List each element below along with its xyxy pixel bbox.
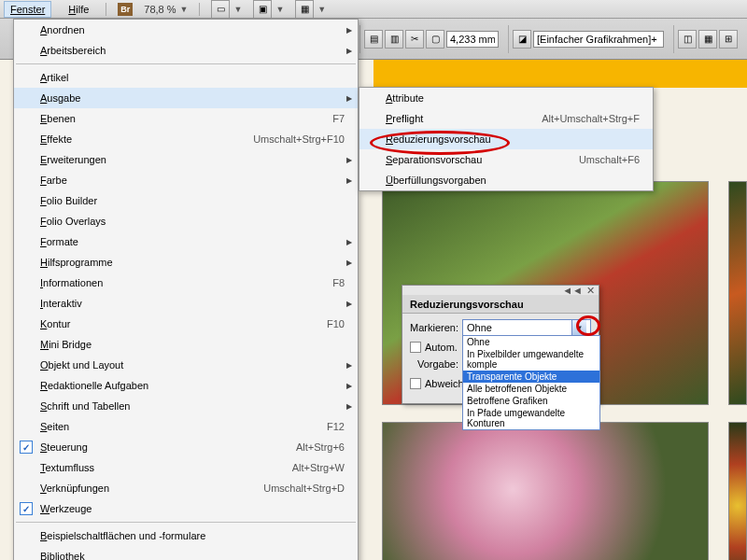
collapse-icon[interactable]: ◄◄ — [562, 285, 583, 296]
menu-shortcut: F12 — [327, 421, 345, 432]
menu-item[interactable]: Anordnen▶ — [14, 20, 358, 40]
menu-label: Ausgabe — [40, 92, 350, 104]
submenu-item[interactable]: Reduzierungsvorschau — [359, 129, 653, 149]
select-option[interactable]: Alle betroffenen Objekte — [463, 383, 599, 395]
menu-item[interactable]: ✓SteuerungAlt+Strg+6 — [14, 437, 358, 457]
submenu-item[interactable]: Attribute — [359, 88, 653, 108]
placed-image[interactable] — [728, 422, 747, 560]
menu-shortcut: Alt+Strg+6 — [296, 441, 345, 453]
menu-shortcut: Umschalt+Strg+F10 — [253, 133, 345, 145]
check-icon: ✓ — [20, 441, 33, 454]
screen-mode-icon[interactable]: ▭ — [211, 0, 230, 19]
menu-item[interactable]: EffekteUmschalt+Strg+F10 — [14, 129, 358, 149]
text-wrap-icon[interactable]: ▥ — [385, 30, 403, 49]
view-mode-icon[interactable]: ▣ — [253, 0, 272, 19]
placed-image[interactable] — [382, 422, 709, 560]
style-icon[interactable]: ◪ — [513, 30, 531, 49]
crop-icon[interactable]: ✂ — [405, 30, 424, 49]
select-value: Ohne — [467, 322, 492, 333]
submenu-arrow-icon: ▶ — [346, 94, 352, 103]
menu-item[interactable]: SeitenF12 — [14, 416, 358, 437]
dropdown-icon[interactable]: ▼ — [275, 5, 284, 14]
menu-label: Steuerung — [40, 441, 296, 453]
menu-item[interactable]: InformationenF8 — [14, 273, 358, 293]
menu-item[interactable]: Objekt und Layout▶ — [14, 355, 358, 375]
menu-item[interactable]: Beispielschaltflächen und -formulare — [14, 525, 358, 546]
menu-item[interactable]: Artikel — [14, 67, 358, 88]
menu-item[interactable]: Redaktionelle Aufgaben▶ — [14, 375, 358, 396]
menu-item[interactable]: Schrift und Tabellen▶ — [14, 396, 358, 416]
menubar-fenster[interactable]: Fenster — [4, 1, 51, 18]
stroke-width-input[interactable] — [446, 31, 499, 48]
select-option[interactable]: Ohne — [463, 336, 599, 348]
menu-label: Reduzierungsvorschau — [386, 133, 645, 145]
menu-shortcut: F7 — [332, 113, 345, 124]
markieren-label: Markieren: — [410, 322, 458, 333]
misc-icon[interactable]: ⊞ — [719, 30, 738, 49]
stroke-icon[interactable]: ▢ — [426, 30, 444, 49]
separator — [106, 3, 106, 16]
menu-item[interactable]: Formate▶ — [14, 231, 358, 252]
menu-label: Farbe — [40, 175, 350, 186]
zoom-level[interactable]: 78,8 % — [144, 4, 176, 15]
submenu-item[interactable]: Überfüllungsvorgaben — [359, 170, 653, 190]
select-option[interactable]: Betroffene Grafiken — [463, 395, 599, 407]
menu-label: Bibliothek — [40, 551, 350, 560]
panel-tab[interactable]: Reduzierungsvorschau — [402, 295, 599, 314]
autom-label: Autom. — [425, 342, 458, 353]
abweich-checkbox[interactable] — [410, 378, 421, 389]
dropdown-button-icon[interactable]: ▼ — [571, 320, 586, 335]
select-option[interactable]: In Pixelbilder umgewandelte komple — [463, 348, 599, 371]
menu-item[interactable]: Farbe▶ — [14, 170, 358, 190]
object-style-select[interactable] — [533, 31, 664, 48]
vorgabe-label: Vorgabe: — [410, 358, 458, 370]
menu-label: Informationen — [40, 277, 332, 288]
dropdown-icon[interactable]: ▼ — [317, 5, 326, 14]
bridge-icon[interactable]: Br — [118, 3, 133, 16]
submenu-item[interactable]: SeparationsvorschauUmschalt+F6 — [359, 149, 653, 170]
menu-item[interactable]: Folio Overlays — [14, 211, 358, 231]
ausgabe-submenu: AttributePreflightAlt+Umschalt+Strg+FRed… — [359, 87, 654, 191]
dropdown-icon[interactable]: ▼ — [233, 5, 242, 14]
menu-item[interactable]: Hilfsprogramme▶ — [14, 252, 358, 273]
menubar-hilfe[interactable]: Hilfe — [63, 2, 94, 17]
autom-checkbox[interactable] — [410, 342, 421, 353]
markieren-select[interactable]: Ohne ▼ OhneIn Pixelbilder umgewandelte k… — [462, 319, 591, 336]
menu-item[interactable]: KonturF10 — [14, 314, 358, 334]
dropdown-icon[interactable]: ▼ — [180, 5, 189, 14]
submenu-arrow-icon: ▶ — [346, 361, 352, 370]
menu-separator — [16, 63, 356, 64]
submenu-arrow-icon: ▶ — [346, 300, 352, 308]
submenu-item[interactable]: PreflightAlt+Umschalt+Strg+F — [359, 108, 653, 129]
menu-item[interactable]: TextumflussAlt+Strg+W — [14, 457, 358, 478]
menu-item[interactable]: Interaktiv▶ — [14, 293, 358, 314]
select-option[interactable]: Transparente Objekte — [463, 371, 599, 383]
menu-item[interactable]: ✓Werkzeuge — [14, 498, 358, 519]
submenu-arrow-icon: ▶ — [346, 47, 352, 55]
menu-label: Ebenen — [40, 113, 332, 124]
misc-icon[interactable]: ▦ — [698, 30, 717, 49]
menu-item[interactable]: Mini Bridge — [14, 334, 358, 355]
placed-image[interactable] — [728, 181, 747, 405]
menu-shortcut: Alt+Strg+W — [292, 462, 345, 473]
menu-label: Werkzeuge — [40, 503, 350, 514]
menu-item[interactable]: Ausgabe▶ — [14, 88, 358, 108]
menu-item[interactable]: Arbeitsbereich▶ — [14, 40, 358, 61]
menu-separator — [16, 522, 356, 523]
close-icon[interactable]: ✕ — [586, 285, 595, 297]
misc-icon[interactable]: ◫ — [678, 30, 697, 49]
menu-item[interactable]: Folio Builder — [14, 190, 358, 211]
reduzierungsvorschau-panel: ◄◄ ✕ Reduzierungsvorschau Markieren: Ohn… — [402, 285, 599, 404]
menu-label: Folio Builder — [40, 195, 350, 206]
arrange-icon[interactable]: ▦ — [295, 0, 314, 19]
menu-item[interactable]: Erweiterungen▶ — [14, 149, 358, 170]
select-option[interactable]: In Pfade umgewandelte Konturen — [463, 407, 599, 429]
menu-item[interactable]: EbenenF7 — [14, 108, 358, 129]
abweich-label: Abweich — [425, 378, 464, 389]
menu-shortcut: F8 — [332, 277, 345, 288]
menu-item[interactable]: Bibliothek — [14, 546, 358, 560]
menu-label: Artikel — [40, 72, 350, 83]
menu-label: Schrift und Tabellen — [40, 400, 350, 412]
menu-item[interactable]: VerknüpfungenUmschalt+Strg+D — [14, 478, 358, 498]
text-wrap-icon[interactable]: ▤ — [364, 30, 383, 49]
